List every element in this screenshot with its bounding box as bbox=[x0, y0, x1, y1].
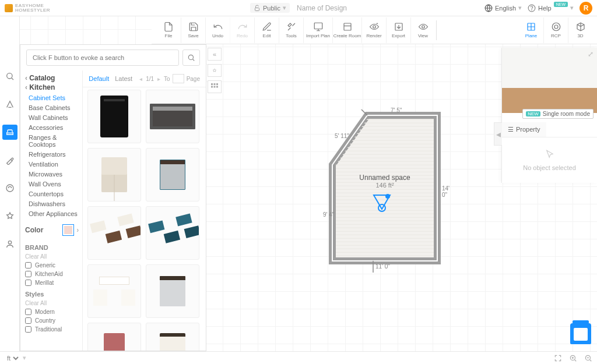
grid-view-button[interactable] bbox=[208, 80, 222, 93]
design-name-field[interactable]: Name of Design bbox=[297, 4, 347, 12]
new-tag: NEW bbox=[526, 111, 540, 116]
category-microwaves[interactable]: Microwaves bbox=[29, 171, 79, 178]
category-wall-ovens[interactable]: Wall Ovens bbox=[29, 181, 79, 188]
tools-icon bbox=[286, 22, 297, 32]
plane-icon bbox=[525, 22, 537, 32]
catalog-tree: Catalog Kitchen Cabinet SetsBase Cabinet… bbox=[20, 70, 82, 351]
brand-generic[interactable]: Generic bbox=[25, 262, 79, 268]
import-icon bbox=[312, 22, 324, 32]
product-card[interactable] bbox=[87, 206, 141, 260]
brand-kitchenaid[interactable]: KitchenAid bbox=[25, 271, 79, 277]
rail-furniture[interactable] bbox=[2, 125, 17, 140]
visibility-button[interactable]: Public ▾ bbox=[250, 3, 290, 13]
toolbar-plane-label: Plane bbox=[525, 33, 537, 38]
tab-default[interactable]: Default bbox=[89, 75, 109, 82]
toolbar-import[interactable]: Import Plan bbox=[303, 17, 332, 43]
page-next[interactable]: ▸ bbox=[156, 76, 161, 82]
toolbar-render[interactable]: Render bbox=[361, 17, 386, 43]
tab-latest[interactable]: Latest bbox=[115, 75, 132, 82]
product-card[interactable] bbox=[146, 323, 199, 351]
clear-brand[interactable]: Clear All bbox=[25, 253, 79, 260]
toolbar-rcp[interactable]: RCP bbox=[543, 17, 568, 43]
rail-build[interactable] bbox=[2, 97, 17, 112]
breadcrumb-kitchen[interactable]: Kitchen bbox=[25, 83, 79, 91]
rail-favorites[interactable] bbox=[2, 208, 17, 224]
product-card[interactable] bbox=[146, 148, 199, 202]
toolbar-tools[interactable]: Tools bbox=[279, 17, 303, 43]
unit-select[interactable]: ft bbox=[5, 354, 20, 362]
app-logo[interactable]: EASYHOME HOMESTYLER bbox=[5, 3, 50, 13]
room-mode-chip[interactable]: NEW Single room mode bbox=[522, 109, 594, 119]
toolbar-view[interactable]: View bbox=[410, 17, 435, 43]
room-area: 146 ft² bbox=[359, 182, 410, 189]
property-panel: ⤢ NEW Single room mode ◂ ☰Property No ob… bbox=[501, 48, 597, 183]
room-label: Unnamed space 146 ft² bbox=[359, 174, 410, 189]
panel-fold-button[interactable]: ◂ bbox=[494, 122, 502, 146]
color-swatch[interactable] bbox=[62, 224, 74, 236]
language-button[interactable]: English ▾ bbox=[484, 4, 522, 12]
dimension-bottom: 11' 0" bbox=[375, 263, 390, 270]
toolbar-create[interactable]: Create Room bbox=[332, 17, 361, 43]
category-ventilation[interactable]: Ventilation bbox=[29, 161, 79, 168]
fullscreen-button[interactable] bbox=[554, 354, 562, 362]
product-card[interactable] bbox=[87, 323, 141, 351]
category-cabinet-sets[interactable]: Cabinet Sets bbox=[29, 94, 79, 101]
toolbar-edit-label: Edit bbox=[263, 33, 271, 38]
svg-point-14 bbox=[552, 23, 560, 31]
product-card[interactable] bbox=[87, 264, 141, 318]
archive-button[interactable] bbox=[570, 323, 591, 344]
toolbar-3d[interactable]: 3D bbox=[568, 17, 592, 43]
new-badge: NEW bbox=[554, 2, 568, 7]
product-card[interactable] bbox=[146, 206, 199, 260]
lock-open-icon bbox=[254, 5, 261, 12]
toolbar-view-label: View bbox=[418, 33, 428, 38]
pin-button[interactable] bbox=[208, 64, 222, 77]
rail-profile[interactable] bbox=[2, 236, 17, 252]
toolbar-plane[interactable]: Plane bbox=[519, 17, 543, 43]
tab-property[interactable]: ☰Property bbox=[502, 122, 546, 137]
avatar[interactable]: R bbox=[580, 2, 592, 15]
brand-merillat[interactable]: Merillat bbox=[25, 280, 79, 286]
search-input[interactable] bbox=[26, 50, 179, 66]
style-country[interactable]: Country bbox=[25, 317, 79, 324]
svg-point-10 bbox=[373, 26, 375, 29]
preview-3d[interactable]: ⤢ NEW Single room mode bbox=[502, 48, 597, 113]
zoom-out-button[interactable] bbox=[584, 354, 592, 362]
catalog-panel: Catalog Kitchen Cabinet SetsBase Cabinet… bbox=[20, 44, 206, 351]
svg-rect-21 bbox=[214, 83, 216, 85]
page-input[interactable] bbox=[173, 74, 184, 83]
product-card[interactable] bbox=[146, 90, 199, 143]
chevron-right-icon[interactable]: › bbox=[76, 226, 79, 234]
style-modern[interactable]: Modern bbox=[25, 309, 79, 315]
page-prev[interactable]: ◂ bbox=[138, 76, 143, 82]
toolbar-export[interactable]: Export bbox=[386, 17, 410, 43]
toolbar-edit[interactable]: Edit bbox=[254, 17, 279, 43]
room-shape[interactable]: Unnamed space 146 ft² 7' 5" 5' 11" 9' 4"… bbox=[326, 109, 443, 273]
zoom-in-button[interactable] bbox=[569, 354, 577, 362]
toolbar-save[interactable]: Save bbox=[181, 17, 205, 43]
category-countertops[interactable]: Countertops bbox=[29, 190, 79, 197]
toolbar-file[interactable]: File bbox=[156, 17, 181, 43]
category-dishwashers[interactable]: Dishwashers bbox=[29, 200, 79, 207]
category-refrigerators[interactable]: Refrigerators bbox=[29, 151, 79, 158]
product-card[interactable] bbox=[146, 264, 199, 318]
expand-icon[interactable]: ⤢ bbox=[588, 50, 594, 58]
rail-search[interactable] bbox=[2, 69, 17, 84]
category-ranges-cooktops[interactable]: Ranges & Cooktops bbox=[29, 134, 79, 148]
svg-rect-0 bbox=[255, 8, 259, 10]
style-traditional[interactable]: Traditional bbox=[25, 326, 79, 333]
breadcrumb-catalog[interactable]: Catalog bbox=[25, 74, 79, 82]
toolbar-undo[interactable]: Undo bbox=[205, 17, 230, 43]
category-accessories[interactable]: Accessories bbox=[29, 124, 79, 131]
category-other-appliances[interactable]: Other Appliances bbox=[29, 210, 79, 217]
help-button[interactable]: Help NEW ▾ bbox=[528, 4, 574, 12]
category-base-cabinets[interactable]: Base Cabinets bbox=[29, 104, 79, 111]
panel-collapse-button[interactable]: « bbox=[208, 48, 222, 61]
product-card[interactable] bbox=[87, 90, 141, 143]
search-button[interactable] bbox=[182, 50, 200, 66]
create-icon bbox=[342, 22, 353, 32]
product-card[interactable] bbox=[87, 148, 141, 202]
rail-decorate[interactable] bbox=[2, 153, 17, 168]
category-wall-cabinets[interactable]: Wall Cabinets bbox=[29, 114, 79, 121]
rail-render[interactable] bbox=[2, 181, 17, 196]
